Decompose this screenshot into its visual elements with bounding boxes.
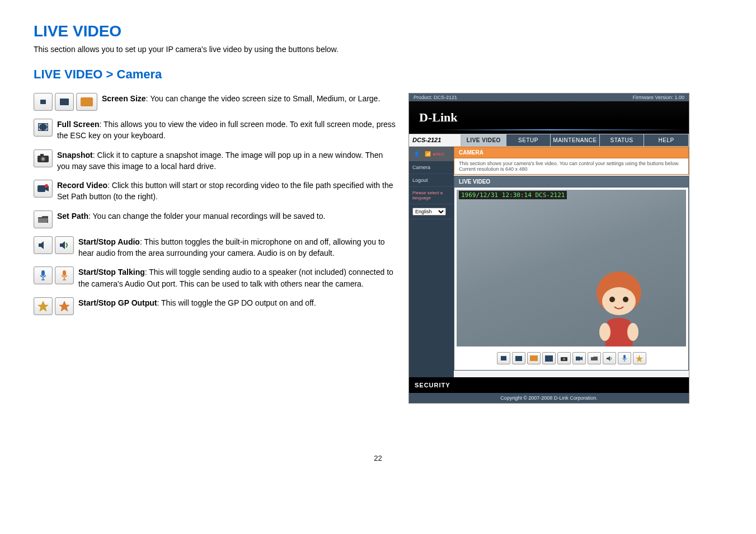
item-screen-size: Screen Size: You can change the video sc…	[34, 93, 397, 111]
screen-medium-icon	[55, 93, 74, 111]
svg-marker-34	[580, 357, 583, 360]
item-record-video: Record Video: Click this button will sta…	[34, 180, 397, 203]
side-wifi-icon: 📶	[424, 150, 431, 158]
svg-rect-27	[501, 356, 506, 360]
security-row: SECURITY	[409, 377, 689, 393]
ctrl-mic-icon[interactable]	[618, 352, 631, 364]
record-video-text: : Click this button will start or stop r…	[57, 181, 393, 201]
svg-marker-12	[60, 241, 65, 249]
record-video-icon	[34, 180, 53, 198]
shot-model: DCS-2121	[409, 134, 462, 146]
item-gp-output: Start/Stop GP Output: This will toggle t…	[34, 297, 397, 315]
svg-rect-30	[545, 355, 553, 362]
record-video-label: Record Video	[57, 181, 107, 190]
svg-point-10	[45, 184, 48, 188]
tab-status[interactable]: STATUS	[600, 134, 645, 146]
gp-output-label: Start/Stop GP Output	[78, 298, 157, 307]
side-rec-icon: ●REC	[435, 150, 443, 158]
audio-off-icon	[55, 236, 74, 254]
svg-marker-35	[607, 356, 610, 361]
svg-rect-1	[60, 99, 69, 105]
snapshot-label: Snapshot	[57, 151, 93, 160]
intro-text: This section allows you to set up your I…	[34, 45, 722, 54]
svg-point-24	[623, 297, 628, 302]
copyright: Copyright © 2007-2008 D-Link Corporation…	[409, 393, 689, 403]
shot-firmware: Firmware Version: 1.00	[632, 95, 684, 100]
page-number: 22	[34, 454, 722, 462]
tab-live-video[interactable]: LIVE VIDEO	[462, 134, 506, 146]
svg-rect-0	[40, 100, 46, 104]
video-osd: 1969/12/31 12:30:14 DCS-2121	[459, 191, 567, 199]
side-camera[interactable]: Camera	[409, 161, 454, 174]
mascot-figure	[585, 259, 652, 346]
screen-small-icon	[34, 93, 53, 111]
svg-point-25	[599, 323, 611, 341]
svg-marker-19	[38, 301, 48, 311]
svg-rect-16	[63, 270, 66, 276]
talking-off-icon	[55, 266, 74, 284]
side-logout[interactable]: Logout	[409, 174, 454, 187]
svg-rect-5	[40, 154, 44, 156]
admin-screenshot: Product: DCS-2121 Firmware Version: 1.00…	[408, 93, 689, 404]
camera-desc: This section shows your camera's live vi…	[454, 158, 689, 175]
side-user-icon: 👤	[412, 150, 420, 158]
subheading: LIVE VIDEO > Camera	[34, 67, 722, 82]
svg-marker-20	[59, 301, 69, 311]
item-audio: Start/Stop Audio: This button toggles th…	[34, 236, 397, 259]
full-screen-label: Full Screen	[57, 120, 99, 129]
svg-point-22	[602, 287, 636, 315]
item-snapshot: Snapshot: Click it to capture a snapshot…	[34, 149, 397, 172]
page-title: LIVE VIDEO	[34, 22, 722, 40]
svg-rect-36	[623, 355, 626, 359]
full-screen-text: : This allows you to view the video in f…	[57, 120, 396, 140]
screen-size-text: : You can change the video screen size t…	[146, 94, 381, 103]
svg-marker-38	[636, 355, 643, 362]
svg-rect-8	[37, 185, 45, 192]
svg-point-32	[563, 358, 565, 360]
svg-rect-33	[576, 357, 580, 360]
shot-product: Product: DCS-2121	[414, 95, 457, 100]
audio-label: Start/Stop Audio	[78, 237, 140, 246]
item-set-path: Set Path: You can change the folder your…	[34, 210, 397, 228]
talking-on-icon	[34, 266, 53, 284]
set-path-label: Set Path	[57, 212, 88, 221]
svg-point-23	[609, 297, 615, 302]
video-frame: 1969/12/31 12:30:14 DCS-2121	[457, 190, 686, 346]
set-path-text: : You can change the folder your manual …	[88, 212, 325, 221]
gp-output-text: : This will toggle the GP DO output on a…	[157, 298, 316, 307]
screen-size-label: Screen Size	[102, 94, 146, 103]
audio-on-icon	[34, 236, 53, 254]
shot-brand: D-Link	[419, 110, 457, 124]
ctrl-snapshot-icon[interactable]	[557, 352, 571, 364]
svg-point-26	[627, 323, 638, 341]
tab-help[interactable]: HELP	[644, 134, 689, 146]
svg-marker-11	[39, 241, 44, 249]
ctrl-screen-medium-icon[interactable]	[512, 352, 525, 364]
ctrl-screen-large-icon[interactable]	[527, 352, 541, 364]
ctrl-screen-small-icon[interactable]	[497, 352, 510, 364]
language-select[interactable]: English	[412, 208, 446, 216]
gp-output-on-icon	[34, 297, 53, 315]
ctrl-folder-icon[interactable]	[588, 352, 601, 364]
live-video-header: LIVE VIDEO	[454, 176, 689, 188]
control-row	[457, 352, 686, 364]
svg-rect-28	[515, 356, 522, 361]
gp-output-off-icon	[55, 297, 74, 315]
screen-large-icon	[76, 93, 97, 111]
set-path-icon	[34, 210, 53, 228]
item-talking: Start/Stop Talking: This will toggle sen…	[34, 266, 397, 289]
snapshot-icon	[34, 149, 53, 167]
item-full-screen: Full Screen: This allows you to view the…	[34, 119, 397, 142]
ctrl-full-screen-icon[interactable]	[542, 352, 556, 364]
snapshot-text: : Click it to capture a snapshot image. …	[57, 151, 383, 171]
ctrl-gp-icon[interactable]	[633, 352, 646, 364]
side-select-language: Please select a language	[409, 187, 454, 204]
ctrl-record-icon[interactable]	[572, 352, 586, 364]
svg-rect-2	[81, 97, 93, 106]
tab-maintenance[interactable]: MAINTENANCE	[551, 134, 599, 146]
svg-point-7	[42, 158, 44, 160]
full-screen-icon	[34, 119, 53, 137]
ctrl-audio-icon[interactable]	[603, 352, 616, 364]
tab-setup[interactable]: SETUP	[506, 134, 551, 146]
feature-list: Screen Size: You can change the video sc…	[34, 93, 397, 323]
